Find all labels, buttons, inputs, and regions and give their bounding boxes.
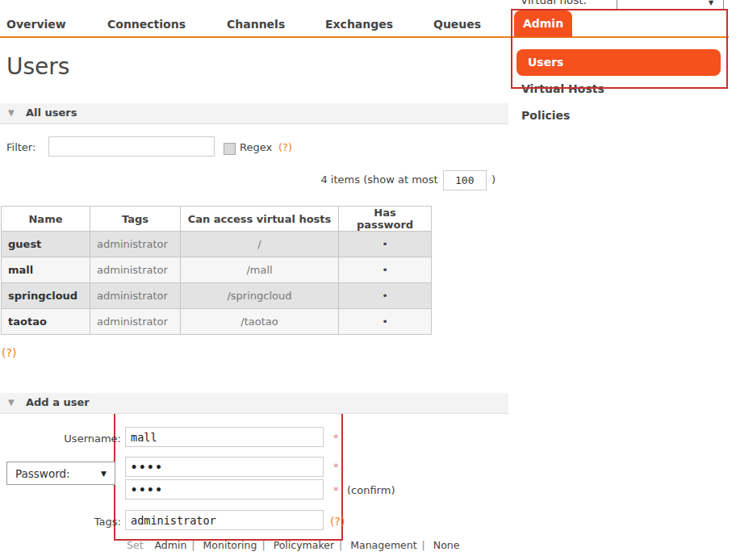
table-row: guest administrator / • xyxy=(2,232,432,257)
table-header-row: Name Tags Can access virtual hosts Has p… xyxy=(2,207,432,232)
regex-checkbox[interactable] xyxy=(224,143,236,155)
items-count-suffix: ) xyxy=(491,173,496,186)
nav-tab-channels[interactable]: Channels xyxy=(227,18,285,31)
table-row: taotao administrator /taotao • xyxy=(2,309,432,335)
tag-option-none[interactable]: None xyxy=(433,539,460,551)
sidebar-item-policies[interactable]: Policies xyxy=(521,109,570,122)
column-header-has-password: Has password xyxy=(339,207,432,232)
tags-help-link[interactable]: (?) xyxy=(330,515,345,528)
user-tags: administrator xyxy=(90,283,181,309)
nav-tab-queues[interactable]: Queues xyxy=(433,18,481,31)
separator: | xyxy=(339,539,342,551)
table-row: mall administrator /mall • xyxy=(2,257,432,283)
users-table: Name Tags Can access virtual hosts Has p… xyxy=(1,206,432,335)
items-count-text: 4 items (show at most xyxy=(320,173,437,186)
user-vhosts: /taotao xyxy=(181,309,339,335)
virtual-host-value: All xyxy=(623,0,637,2)
tag-option-monitoring[interactable]: Monitoring xyxy=(203,539,257,551)
user-tags: administrator xyxy=(90,257,181,283)
user-vhosts: /mall xyxy=(181,257,339,283)
user-vhosts: /springcloud xyxy=(181,283,339,309)
chevron-down-icon: ▼ xyxy=(709,0,713,6)
section-title: All users xyxy=(26,107,77,119)
has-password-dot: • xyxy=(339,309,432,335)
user-name-link[interactable]: springcloud xyxy=(2,283,90,309)
section-title: Add a user xyxy=(26,396,90,408)
password-confirm-field[interactable] xyxy=(125,479,324,499)
user-name-link[interactable]: guest xyxy=(2,232,90,257)
nav-tab-exchanges[interactable]: Exchanges xyxy=(325,18,393,31)
sidebar-item-users-selected[interactable]: Users xyxy=(516,49,721,76)
nav-tab-connections[interactable]: Connections xyxy=(107,18,186,31)
password-mode-select[interactable]: Password: ▼ xyxy=(6,462,115,485)
rabbitmq-users-page: Virtual host: All ▼ Overview Connections… xyxy=(0,0,736,560)
nav-tab-overview[interactable]: Overview xyxy=(6,18,66,31)
user-vhosts: / xyxy=(181,232,339,257)
tag-option-management[interactable]: Management xyxy=(350,539,416,551)
password-select-label: Password: xyxy=(15,467,70,480)
tags-label: Tags: xyxy=(0,516,121,528)
column-header-vhosts: Can access virtual hosts xyxy=(181,207,339,232)
sidebar-item-virtual-hosts[interactable]: Virtual Hosts xyxy=(521,82,604,95)
user-name-link[interactable]: taotao xyxy=(2,309,90,335)
required-asterisk: * xyxy=(333,432,339,444)
chevron-down-icon: ▼ xyxy=(101,470,107,478)
required-asterisk: * xyxy=(333,461,339,473)
regex-label: Regex xyxy=(240,141,272,153)
virtual-host-label: Virtual host: xyxy=(521,0,587,6)
tag-option-policymaker[interactable]: Policymaker xyxy=(274,539,334,551)
separator: | xyxy=(191,539,194,551)
regex-help-link[interactable]: (?) xyxy=(278,141,292,153)
set-label: Set xyxy=(127,539,144,551)
items-count-row: 4 items (show at most ) xyxy=(0,170,496,190)
page-title: Users xyxy=(6,53,69,80)
section-header-add-user[interactable]: ▼ Add a user xyxy=(0,393,508,414)
section-header-all-users[interactable]: ▼ All users xyxy=(0,103,508,124)
user-tags: administrator xyxy=(90,309,181,335)
filter-label: Filter: xyxy=(6,141,36,153)
set-tags-shortcuts: Set Admin| Monitoring| Policymaker| Mana… xyxy=(127,539,459,551)
confirm-note: (confirm) xyxy=(347,484,395,496)
show-at-most-input[interactable] xyxy=(443,170,487,190)
required-asterisk: * xyxy=(333,484,339,496)
triangle-down-icon: ▼ xyxy=(8,108,15,117)
has-password-dot: • xyxy=(339,257,432,283)
nav-underline xyxy=(0,36,729,38)
has-password-dot: • xyxy=(339,283,432,309)
user-tags: administrator xyxy=(90,232,181,257)
has-password-dot: • xyxy=(339,232,432,257)
nav-tab-admin-selected[interactable]: Admin xyxy=(514,10,572,37)
column-header-name: Name xyxy=(2,207,90,232)
table-row: springcloud administrator /springcloud • xyxy=(2,283,432,309)
separator: | xyxy=(422,539,425,551)
user-name-link[interactable]: mall xyxy=(2,257,90,283)
username-field[interactable] xyxy=(125,427,324,447)
tags-field[interactable] xyxy=(125,510,324,530)
separator: | xyxy=(261,539,265,551)
filter-input[interactable] xyxy=(48,136,215,157)
triangle-down-icon: ▼ xyxy=(8,398,15,407)
column-header-tags: Tags xyxy=(90,207,181,232)
table-help-link[interactable]: (?) xyxy=(2,346,16,359)
password-field[interactable] xyxy=(125,457,324,477)
tag-option-admin[interactable]: Admin xyxy=(155,539,187,551)
username-label: Username: xyxy=(0,433,121,445)
